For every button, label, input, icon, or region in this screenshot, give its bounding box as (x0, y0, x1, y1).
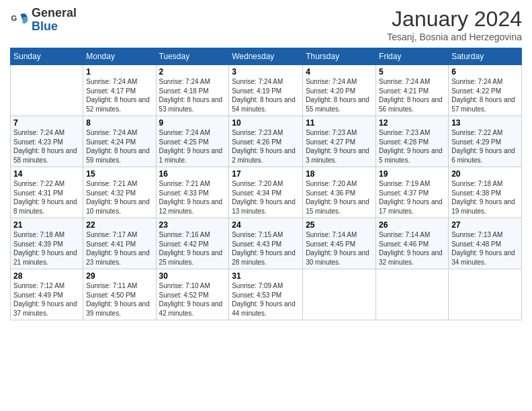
day-number: 17 (232, 169, 300, 179)
day-number: 1 (86, 67, 152, 77)
day-number: 24 (232, 220, 300, 230)
calendar-cell: 17Sunrise: 7:20 AMSunset: 4:34 PMDayligh… (229, 167, 303, 218)
day-number: 21 (13, 220, 80, 230)
day-info: Sunrise: 7:24 AMSunset: 4:22 PMDaylight:… (451, 77, 519, 113)
logo: G General Blue (10, 7, 77, 34)
day-number: 23 (159, 220, 226, 230)
day-number: 2 (159, 67, 226, 77)
day-info: Sunrise: 7:15 AMSunset: 4:43 PMDaylight:… (232, 230, 300, 267)
day-info: Sunrise: 7:09 AMSunset: 4:53 PMDaylight:… (232, 281, 300, 318)
day-info: Sunrise: 7:24 AMSunset: 4:17 PMDaylight:… (86, 77, 152, 113)
day-info: Sunrise: 7:17 AMSunset: 4:41 PMDaylight:… (86, 230, 152, 267)
day-info: Sunrise: 7:22 AMSunset: 4:29 PMDaylight:… (451, 128, 519, 165)
title-section: January 2024 Tesanj, Bosnia and Herzegov… (387, 7, 522, 42)
week-row-3: 14Sunrise: 7:22 AMSunset: 4:31 PMDayligh… (11, 167, 522, 218)
calendar-cell: 15Sunrise: 7:21 AMSunset: 4:32 PMDayligh… (83, 167, 156, 218)
day-number: 20 (451, 169, 519, 179)
day-info: Sunrise: 7:13 AMSunset: 4:48 PMDaylight:… (451, 230, 519, 267)
day-info: Sunrise: 7:21 AMSunset: 4:33 PMDaylight:… (159, 179, 226, 216)
calendar-cell: 22Sunrise: 7:17 AMSunset: 4:41 PMDayligh… (83, 218, 156, 269)
day-info: Sunrise: 7:21 AMSunset: 4:32 PMDaylight:… (86, 179, 152, 216)
header-thursday: Thursday (303, 48, 376, 65)
day-info: Sunrise: 7:20 AMSunset: 4:34 PMDaylight:… (232, 179, 300, 216)
calendar-cell: 25Sunrise: 7:14 AMSunset: 4:45 PMDayligh… (303, 218, 376, 269)
calendar-cell: 11Sunrise: 7:23 AMSunset: 4:27 PMDayligh… (303, 116, 376, 167)
week-row-2: 7Sunrise: 7:24 AMSunset: 4:23 PMDaylight… (11, 116, 522, 167)
calendar-cell: 9Sunrise: 7:24 AMSunset: 4:25 PMDaylight… (156, 116, 229, 167)
day-number: 19 (379, 169, 445, 179)
day-number: 8 (86, 118, 152, 128)
calendar-cell: 31Sunrise: 7:09 AMSunset: 4:53 PMDayligh… (229, 269, 303, 320)
day-info: Sunrise: 7:24 AMSunset: 4:24 PMDaylight:… (86, 128, 152, 165)
calendar-cell: 12Sunrise: 7:23 AMSunset: 4:28 PMDayligh… (376, 116, 449, 167)
day-number: 30 (159, 271, 226, 281)
calendar-container: G General Blue January 2024 Tesanj, Bosn… (0, 0, 532, 411)
calendar-cell: 30Sunrise: 7:10 AMSunset: 4:52 PMDayligh… (156, 269, 229, 320)
day-info: Sunrise: 7:16 AMSunset: 4:42 PMDaylight:… (159, 230, 226, 267)
day-number: 12 (379, 118, 445, 128)
day-info: Sunrise: 7:20 AMSunset: 4:36 PMDaylight:… (306, 179, 373, 216)
day-number: 5 (379, 67, 445, 77)
day-number: 4 (306, 67, 373, 77)
calendar-cell: 28Sunrise: 7:12 AMSunset: 4:49 PMDayligh… (11, 269, 83, 320)
day-number: 28 (13, 271, 80, 281)
calendar-cell: 1Sunrise: 7:24 AMSunset: 4:17 PMDaylight… (83, 65, 156, 116)
header-tuesday: Tuesday (156, 48, 229, 65)
day-number: 14 (13, 169, 80, 179)
calendar-cell: 19Sunrise: 7:19 AMSunset: 4:37 PMDayligh… (376, 167, 449, 218)
day-number: 3 (232, 67, 300, 77)
week-row-5: 28Sunrise: 7:12 AMSunset: 4:49 PMDayligh… (11, 269, 522, 320)
day-info: Sunrise: 7:22 AMSunset: 4:31 PMDaylight:… (13, 179, 80, 216)
calendar-cell: 2Sunrise: 7:24 AMSunset: 4:18 PMDaylight… (156, 65, 229, 116)
day-info: Sunrise: 7:24 AMSunset: 4:20 PMDaylight:… (306, 77, 373, 113)
calendar-cell (449, 269, 522, 320)
day-number: 13 (451, 118, 519, 128)
day-info: Sunrise: 7:18 AMSunset: 4:38 PMDaylight:… (451, 179, 519, 216)
header-sunday: Sunday (11, 48, 83, 65)
day-info: Sunrise: 7:23 AMSunset: 4:28 PMDaylight:… (379, 128, 445, 165)
day-info: Sunrise: 7:23 AMSunset: 4:27 PMDaylight:… (306, 128, 373, 165)
calendar-cell: 5Sunrise: 7:24 AMSunset: 4:21 PMDaylight… (376, 65, 449, 116)
day-number: 9 (159, 118, 226, 128)
day-number: 7 (13, 118, 80, 128)
day-info: Sunrise: 7:24 AMSunset: 4:25 PMDaylight:… (159, 128, 226, 165)
day-info: Sunrise: 7:12 AMSunset: 4:49 PMDaylight:… (13, 281, 80, 318)
calendar-cell: 14Sunrise: 7:22 AMSunset: 4:31 PMDayligh… (11, 167, 83, 218)
header-wednesday: Wednesday (229, 48, 303, 65)
calendar-cell (303, 269, 376, 320)
calendar-cell: 8Sunrise: 7:24 AMSunset: 4:24 PMDaylight… (83, 116, 156, 167)
month-title: January 2024 (387, 7, 522, 32)
calendar-cell: 18Sunrise: 7:20 AMSunset: 4:36 PMDayligh… (303, 167, 376, 218)
day-number: 6 (451, 67, 519, 77)
calendar-cell: 21Sunrise: 7:18 AMSunset: 4:39 PMDayligh… (11, 218, 83, 269)
calendar-cell (376, 269, 449, 320)
day-info: Sunrise: 7:10 AMSunset: 4:52 PMDaylight:… (159, 281, 226, 318)
location: Tesanj, Bosnia and Herzegovina (387, 32, 522, 42)
day-number: 10 (232, 118, 300, 128)
calendar-cell: 29Sunrise: 7:11 AMSunset: 4:50 PMDayligh… (83, 269, 156, 320)
day-info: Sunrise: 7:23 AMSunset: 4:26 PMDaylight:… (232, 128, 300, 165)
day-number: 16 (159, 169, 226, 179)
day-number: 18 (306, 169, 373, 179)
day-info: Sunrise: 7:11 AMSunset: 4:50 PMDaylight:… (86, 281, 152, 318)
calendar-cell: 13Sunrise: 7:22 AMSunset: 4:29 PMDayligh… (449, 116, 522, 167)
header: G General Blue January 2024 Tesanj, Bosn… (10, 7, 522, 42)
calendar-cell: 16Sunrise: 7:21 AMSunset: 4:33 PMDayligh… (156, 167, 229, 218)
calendar-cell: 24Sunrise: 7:15 AMSunset: 4:43 PMDayligh… (229, 218, 303, 269)
day-info: Sunrise: 7:14 AMSunset: 4:46 PMDaylight:… (379, 230, 445, 267)
svg-text:G: G (11, 14, 17, 22)
week-row-4: 21Sunrise: 7:18 AMSunset: 4:39 PMDayligh… (11, 218, 522, 269)
day-number: 26 (379, 220, 445, 230)
day-info: Sunrise: 7:18 AMSunset: 4:39 PMDaylight:… (13, 230, 80, 267)
day-number: 31 (232, 271, 300, 281)
calendar-cell: 4Sunrise: 7:24 AMSunset: 4:20 PMDaylight… (303, 65, 376, 116)
day-number: 25 (306, 220, 373, 230)
header-saturday: Saturday (449, 48, 522, 65)
calendar-cell: 27Sunrise: 7:13 AMSunset: 4:48 PMDayligh… (449, 218, 522, 269)
day-info: Sunrise: 7:24 AMSunset: 4:19 PMDaylight:… (232, 77, 300, 113)
calendar-cell: 10Sunrise: 7:23 AMSunset: 4:26 PMDayligh… (229, 116, 303, 167)
day-number: 15 (86, 169, 152, 179)
day-number: 22 (86, 220, 152, 230)
day-info: Sunrise: 7:24 AMSunset: 4:18 PMDaylight:… (159, 77, 226, 113)
calendar-cell: 7Sunrise: 7:24 AMSunset: 4:23 PMDaylight… (11, 116, 83, 167)
